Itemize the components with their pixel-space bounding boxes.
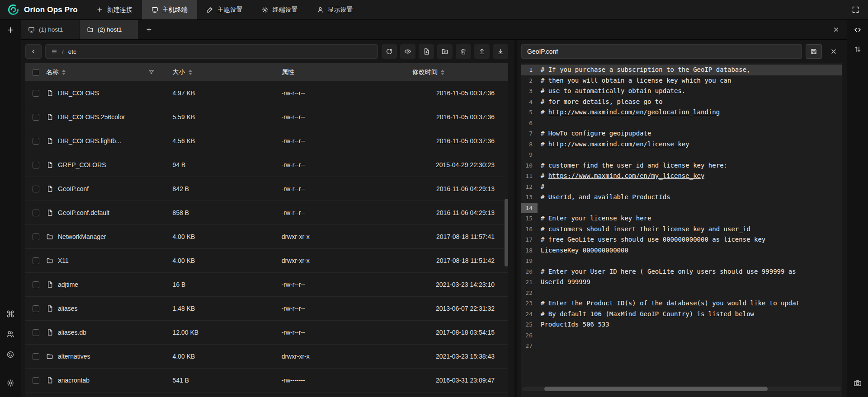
- file-row[interactable]: aliases.db12.00 KB-rw-r--r--2017-08-18 0…: [25, 321, 508, 345]
- editor-line[interactable]: 1# If you purchase a subscription to the…: [521, 65, 842, 75]
- editor-body[interactable]: 1# If you purchase a subscription to the…: [521, 63, 842, 397]
- file-row[interactable]: aliases1.48 KB-rw-r--r--2013-06-07 22:31…: [25, 297, 508, 321]
- row-checkbox[interactable]: [33, 377, 39, 384]
- sort-mtime-icon[interactable]: [441, 70, 444, 75]
- refresh-button[interactable]: [382, 44, 397, 59]
- file-row[interactable]: DIR_COLORS.lightb...4.56 KB-rw-r--r--201…: [25, 129, 508, 153]
- editor-line[interactable]: 3# use to automatically obtain updates.: [521, 86, 842, 97]
- sort-size-icon[interactable]: [189, 70, 192, 75]
- editor-line[interactable]: 2# then you will obtain a license key wh…: [521, 75, 842, 86]
- column-mtime[interactable]: 修改时间: [412, 68, 508, 76]
- url-link[interactable]: http://www.maxmind.com/en/license_key: [548, 140, 689, 148]
- editor-line[interactable]: 19: [521, 256, 842, 266]
- editor-line[interactable]: 16# customers should insert their licens…: [521, 224, 842, 235]
- theme-button[interactable]: [3, 347, 18, 362]
- file-row[interactable]: GREP_COLORS94 B-rw-r--r--2015-04-29 22:3…: [25, 153, 508, 177]
- url-link[interactable]: https://www.maxmind.com/en/my_license_ke…: [548, 172, 705, 179]
- column-size[interactable]: 大小: [173, 68, 282, 76]
- row-checkbox[interactable]: [33, 329, 39, 336]
- editor-line[interactable]: 12#: [521, 182, 842, 192]
- file-row[interactable]: alternatives4.00 KBdrwxr-xr-x2021-03-23 …: [25, 345, 508, 369]
- preview-button[interactable]: [400, 44, 415, 59]
- editor-line[interactable]: 20# Enter your User ID here ( GeoLite on…: [521, 266, 842, 277]
- editor-line[interactable]: 15# Enter your license key here: [521, 213, 842, 224]
- save-button[interactable]: [806, 44, 822, 59]
- row-checkbox[interactable]: [33, 162, 39, 168]
- editor-line[interactable]: 25ProductIds 506 533: [521, 319, 842, 330]
- download-button[interactable]: [493, 44, 508, 59]
- file-list-scrollbar-thumb[interactable]: [505, 199, 508, 266]
- editor-line[interactable]: 11# https://www.maxmind.com/en/my_licens…: [521, 171, 842, 182]
- file-row[interactable]: GeoIP.conf842 B-rw-r--r--2016-11-06 04:2…: [25, 177, 508, 201]
- new-folder-button[interactable]: [437, 44, 453, 59]
- file-row[interactable]: [25, 392, 508, 397]
- file-row[interactable]: DIR_COLORS4.97 KB-rw-r--r--2016-11-05 00…: [25, 81, 508, 105]
- column-name[interactable]: 名称: [46, 68, 173, 76]
- row-checkbox[interactable]: [33, 114, 39, 121]
- settings-button[interactable]: [3, 375, 18, 391]
- editor-toggle-button[interactable]: [850, 22, 865, 37]
- editor-hscrollbar-thumb[interactable]: [544, 387, 768, 391]
- file-row[interactable]: GeoIP.conf.default858 B-rw-r--r--2016-11…: [25, 201, 508, 225]
- menu-item-terminal-settings[interactable]: 终端设置: [252, 0, 307, 19]
- file-row[interactable]: anacrontab541 B-rw-------2016-03-31 23:0…: [25, 369, 508, 392]
- editor-line[interactable]: 5# http://www.maxmind.com/en/geolocation…: [521, 107, 842, 118]
- editor-line[interactable]: 22: [521, 288, 842, 299]
- file-row[interactable]: DIR_COLORS.256color5.59 KB-rw-r--r--2016…: [25, 105, 508, 129]
- editor-line[interactable]: 9: [521, 149, 842, 160]
- menu-item-display-settings[interactable]: 显示设置: [307, 0, 363, 19]
- editor-line[interactable]: 4# for more details, please go to: [521, 97, 842, 107]
- editor-line[interactable]: 23# Enter the Product ID(s) of the datab…: [521, 298, 842, 309]
- new-tab-button[interactable]: [138, 20, 159, 39]
- editor-line[interactable]: 6: [521, 118, 842, 129]
- tab-2[interactable]: (2) host1: [80, 20, 138, 39]
- url-link[interactable]: http://www.maxmind.com/en/geolocation_la…: [548, 108, 720, 116]
- screenshot-button[interactable]: [850, 375, 865, 391]
- row-checkbox[interactable]: [33, 186, 39, 192]
- row-checkbox[interactable]: [33, 281, 39, 288]
- editor-hscrollbar[interactable]: [522, 387, 841, 391]
- row-checkbox[interactable]: [33, 138, 39, 145]
- row-checkbox[interactable]: [33, 305, 39, 312]
- editor-line[interactable]: 18LicenseKey 000000000000: [521, 245, 842, 256]
- tab-1[interactable]: (1) host1: [21, 20, 80, 39]
- row-checkbox[interactable]: [33, 234, 39, 240]
- users-button[interactable]: [3, 327, 18, 342]
- row-checkbox[interactable]: [33, 210, 39, 216]
- editor-line[interactable]: 27: [521, 341, 842, 351]
- sort-toggle-button[interactable]: [850, 42, 865, 57]
- command-button[interactable]: [3, 306, 18, 322]
- editor-line[interactable]: 21UserId 999999: [521, 277, 842, 288]
- back-button[interactable]: [25, 44, 42, 59]
- delete-button[interactable]: [456, 44, 471, 59]
- editor-line[interactable]: 8# http://www.maxmind.com/en/license_key: [521, 139, 842, 150]
- file-row[interactable]: adjtime16 B-rw-r--r--2021-03-23 14:23:10: [25, 273, 508, 297]
- fullscreen-button[interactable]: [843, 0, 868, 19]
- editor-filename[interactable]: GeoIP.conf: [521, 44, 802, 59]
- menu-item-theme-settings[interactable]: 主题设置: [197, 0, 252, 19]
- row-checkbox[interactable]: [33, 257, 39, 264]
- row-checkbox[interactable]: [33, 353, 39, 360]
- editor-line[interactable]: 26: [521, 330, 842, 341]
- editor-line[interactable]: 24# By default 106 (MaxMind GeoIP Countr…: [521, 309, 842, 320]
- editor-line[interactable]: 13# UserId, and available ProductIds: [521, 192, 842, 203]
- new-connection-rail-button[interactable]: [3, 22, 18, 37]
- menu-item-host-terminal[interactable]: 主机终端: [142, 0, 197, 19]
- breadcrumb[interactable]: / etc: [45, 44, 378, 59]
- menu-item-new-connection[interactable]: 新建连接: [87, 0, 142, 19]
- upload-button[interactable]: [474, 44, 490, 59]
- breadcrumb-item[interactable]: etc: [68, 48, 76, 55]
- new-file-button[interactable]: [419, 44, 434, 59]
- filter-icon[interactable]: [148, 69, 155, 75]
- select-all-checkbox[interactable]: [33, 69, 39, 76]
- editor-line[interactable]: 10# customer find the user_id and licens…: [521, 160, 842, 171]
- editor-line[interactable]: 7# HowTo configure geoipupdate: [521, 128, 842, 139]
- row-checkbox[interactable]: [33, 90, 39, 97]
- editor-line[interactable]: 17# free GeoLite users should use 000000…: [521, 234, 842, 245]
- close-tabs-button[interactable]: [825, 20, 847, 39]
- editor-line[interactable]: 14: [521, 203, 842, 214]
- file-row[interactable]: X114.00 KBdrwxr-xr-x2017-08-18 11:51:42: [25, 249, 508, 273]
- sort-name-icon[interactable]: [62, 70, 66, 75]
- file-row[interactable]: NetworkManager4.00 KBdrwxr-xr-x2017-08-1…: [25, 225, 508, 249]
- editor-close-button[interactable]: [826, 44, 842, 59]
